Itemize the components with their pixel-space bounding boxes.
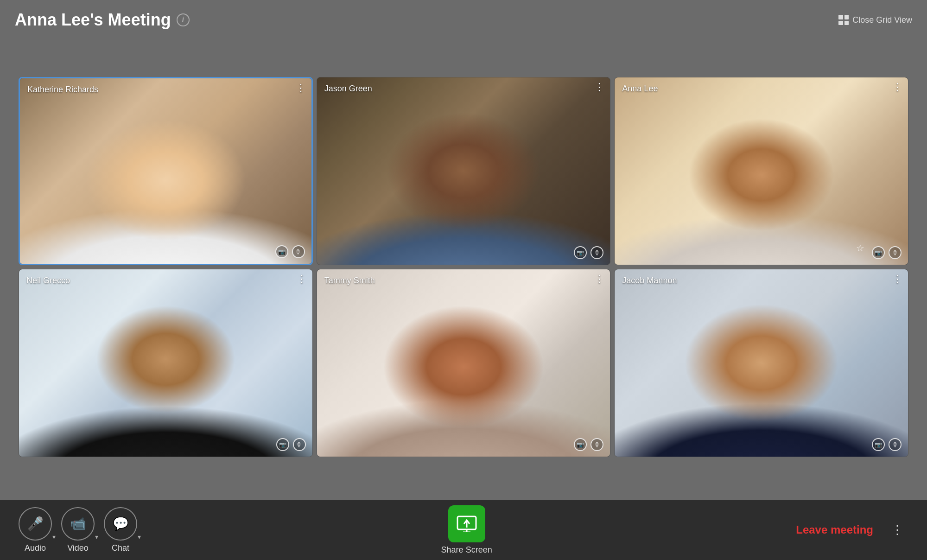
participant-name-neil: Neil Grecco bbox=[26, 276, 70, 286]
chat-chevron-icon: ▾ bbox=[138, 533, 141, 541]
tile-menu-neil[interactable]: ⋮ bbox=[297, 274, 307, 284]
tile-menu-jason[interactable]: ⋮ bbox=[594, 82, 604, 92]
info-icon-text: i bbox=[182, 16, 184, 24]
mic-toolbar-icon: 🎤 bbox=[27, 516, 44, 531]
participant-tile-jason[interactable]: Jason Green ⋮ 📷 🎙 bbox=[317, 77, 611, 265]
toolbar-right: Leave meeting ⋮ bbox=[796, 519, 908, 541]
star-icon-anna[interactable]: ☆ bbox=[856, 242, 864, 254]
participant-name-anna: Anna Lee bbox=[622, 84, 658, 94]
participant-name-katherine: Katherine Richards bbox=[27, 85, 98, 95]
video-icon-neil: 📷 bbox=[276, 438, 289, 451]
participant-name-jason: Jason Green bbox=[324, 84, 372, 94]
avatar-jacob bbox=[615, 269, 908, 457]
chat-button[interactable]: 💬 ▾ Chat bbox=[104, 507, 137, 553]
tile-menu-katherine[interactable]: ⋮ bbox=[296, 83, 306, 93]
avatar-tammy bbox=[317, 269, 610, 457]
tile-controls-neil: 📷 🎙 bbox=[276, 438, 306, 451]
tile-controls-jacob: 📷 🎙 bbox=[872, 438, 902, 451]
participant-tile-anna[interactable]: Anna Lee ⋮ ☆ 📷 🎙 bbox=[614, 77, 908, 265]
participant-name-jacob: Jacob Mannon bbox=[622, 276, 677, 286]
video-chevron-icon: ▾ bbox=[95, 533, 98, 541]
toolbar: 🎤 ▾ Audio 📹 ▾ Video 💬 ▾ Chat bbox=[0, 500, 927, 560]
tile-menu-tammy[interactable]: ⋮ bbox=[594, 274, 604, 284]
meeting-title: Anna Lee's Meeting bbox=[15, 10, 171, 30]
avatar-jason bbox=[317, 77, 610, 265]
share-screen-icon bbox=[457, 515, 477, 532]
more-options-button[interactable]: ⋮ bbox=[886, 519, 908, 541]
share-screen-label: Share Screen bbox=[441, 545, 492, 555]
header: Anna Lee's Meeting i Close Grid View bbox=[0, 0, 927, 34]
video-button-circle: 📹 ▾ bbox=[61, 507, 95, 541]
avatar-neil bbox=[19, 269, 312, 457]
leave-meeting-button[interactable]: Leave meeting bbox=[796, 523, 873, 536]
participant-tile-katherine[interactable]: Katherine Richards ⋮ 📷 🎙 bbox=[19, 77, 313, 265]
video-label: Video bbox=[67, 543, 89, 553]
tile-controls-anna: ☆ 📷 🎙 bbox=[872, 246, 902, 259]
tile-controls-jason: 📷 🎙 bbox=[574, 246, 603, 259]
chat-button-circle: 💬 ▾ bbox=[104, 507, 137, 541]
info-icon[interactable]: i bbox=[177, 13, 190, 26]
grid-view-icon bbox=[838, 15, 849, 25]
tile-controls-tammy: 📷 🎙 bbox=[574, 438, 603, 451]
participant-tile-neil[interactable]: Neil Grecco ⋮ 📷 🎙 bbox=[19, 269, 313, 457]
mic-icon-anna: 🎙 bbox=[889, 246, 902, 259]
audio-button-circle: 🎤 ▾ bbox=[19, 507, 52, 541]
video-icon-tammy: 📷 bbox=[574, 438, 587, 451]
audio-button[interactable]: 🎤 ▾ Audio bbox=[19, 507, 52, 553]
audio-chevron-icon: ▾ bbox=[52, 533, 56, 541]
video-icon-jason: 📷 bbox=[574, 246, 587, 259]
avatar-katherine bbox=[20, 78, 311, 264]
video-icon-katherine: 📷 bbox=[275, 245, 288, 258]
video-grid: Katherine Richards ⋮ 📷 🎙 Jason Green ⋮ 📷… bbox=[19, 77, 908, 457]
mic-icon-jason: 🎙 bbox=[590, 246, 603, 259]
chat-toolbar-icon: 💬 bbox=[113, 516, 129, 531]
audio-label: Audio bbox=[25, 543, 46, 553]
tile-menu-jacob[interactable]: ⋮ bbox=[892, 274, 902, 284]
participant-tile-jacob[interactable]: Jacob Mannon ⋮ 📷 🎙 bbox=[614, 269, 908, 457]
mic-icon-jacob: 🎙 bbox=[889, 438, 902, 451]
video-icon-anna: 📷 bbox=[872, 246, 885, 259]
participant-tile-tammy[interactable]: Tammy Smith ⋮ 📷 🎙 bbox=[317, 269, 611, 457]
chat-label: Chat bbox=[112, 543, 129, 553]
main-content: Katherine Richards ⋮ 📷 🎙 Jason Green ⋮ 📷… bbox=[0, 34, 927, 500]
avatar-anna bbox=[615, 77, 908, 265]
tile-menu-anna[interactable]: ⋮ bbox=[892, 82, 902, 92]
toolbar-left: 🎤 ▾ Audio 📹 ▾ Video 💬 ▾ Chat bbox=[19, 507, 137, 553]
mic-icon-katherine: 🎙 bbox=[292, 245, 305, 258]
close-grid-button[interactable]: Close Grid View bbox=[838, 15, 912, 25]
mic-icon-neil: 🎙 bbox=[293, 438, 306, 451]
header-left: Anna Lee's Meeting i bbox=[15, 10, 190, 30]
video-icon-jacob: 📷 bbox=[872, 438, 885, 451]
toolbar-center: Share Screen bbox=[441, 505, 492, 555]
participant-name-tammy: Tammy Smith bbox=[324, 276, 375, 286]
tile-controls-katherine: 📷 🎙 bbox=[275, 245, 305, 258]
video-button[interactable]: 📹 ▾ Video bbox=[61, 507, 95, 553]
share-screen-button[interactable] bbox=[448, 505, 485, 542]
camera-toolbar-icon: 📹 bbox=[70, 516, 86, 531]
mic-icon-tammy: 🎙 bbox=[590, 438, 603, 451]
close-grid-label: Close Grid View bbox=[852, 15, 912, 25]
